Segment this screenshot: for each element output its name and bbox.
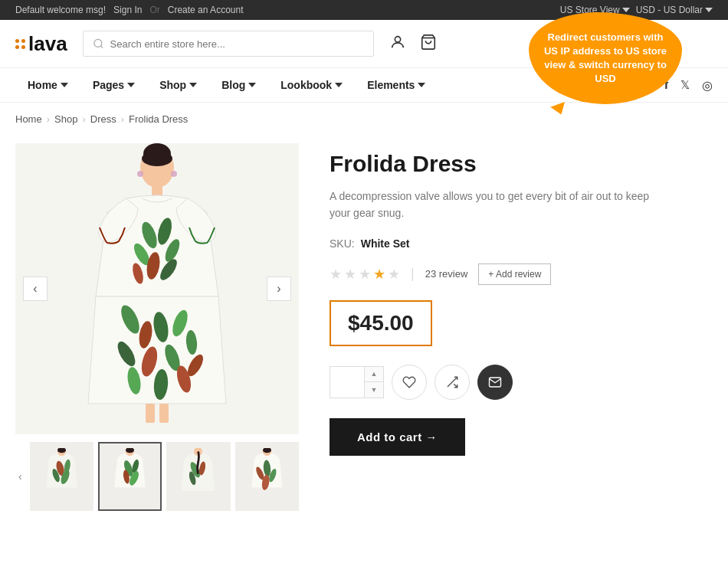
svg-point-2 <box>93 39 101 47</box>
logo[interactable]: lava <box>15 32 67 56</box>
star-1: ★ <box>330 266 342 283</box>
thumbnail-2[interactable] <box>98 442 162 511</box>
email-button[interactable] <box>477 365 513 400</box>
logo-dots <box>15 39 25 49</box>
search-icon <box>93 38 104 50</box>
quantity-up[interactable]: ▲ <box>365 367 383 382</box>
user-icon[interactable] <box>389 34 406 54</box>
breadcrumb-home[interactable]: Home <box>15 113 42 125</box>
svg-point-15 <box>137 171 143 177</box>
star-3: ★ <box>359 266 371 283</box>
breadcrumb-current: Frolida Dress <box>129 113 188 125</box>
search-input[interactable] <box>110 38 364 50</box>
svg-marker-11 <box>418 83 425 87</box>
instagram-icon[interactable]: ◎ <box>702 78 713 93</box>
search-bar[interactable] <box>83 31 374 57</box>
cart-icon[interactable] <box>420 34 437 54</box>
thumbnail-4[interactable] <box>235 442 299 511</box>
sku-value: White Set <box>361 237 410 250</box>
product-title: Frolida Dress <box>330 151 713 177</box>
thumbnails-prev[interactable]: ‹ <box>15 467 25 486</box>
actions-row: 1 ▲ ▼ <box>330 365 713 400</box>
svg-marker-1 <box>705 8 713 12</box>
price-box: $45.00 <box>330 300 432 346</box>
svg-point-16 <box>171 171 177 177</box>
rating-row: ★ ★ ★ ★ ★ | 23 review + Add review <box>330 263 713 285</box>
review-count: 23 review <box>425 268 468 280</box>
product-info: Frolida Dress A decompression valve allo… <box>330 143 713 511</box>
quantity-control: 1 ▲ ▼ <box>330 366 384 398</box>
nav-item-home[interactable]: Home <box>15 68 80 102</box>
or-separator: Or <box>149 5 159 15</box>
nav-item-blog[interactable]: Blog <box>209 68 268 102</box>
product-description: A decompression valve allows you to get … <box>330 188 651 222</box>
product-layout: ‹ <box>0 136 728 534</box>
svg-marker-7 <box>127 83 135 87</box>
nav-item-lookbook[interactable]: Lookbook <box>268 68 355 102</box>
svg-point-4 <box>395 36 400 41</box>
breadcrumb: Home › Shop › Dress › Frolida Dress <box>0 103 728 136</box>
add-to-cart-button[interactable]: Add to cart → <box>330 418 465 456</box>
welcome-msg: Default welcome msg! <box>15 5 106 15</box>
nav-social-icons: f 𝕏 ◎ <box>664 78 713 93</box>
star-rating: ★ ★ ★ ★ ★ <box>330 266 400 283</box>
product-price: $45.00 <box>348 311 414 335</box>
product-images: ‹ <box>15 143 299 511</box>
star-5: ★ <box>388 266 400 283</box>
svg-marker-9 <box>248 83 256 87</box>
sku-row: SKU: White Set <box>330 237 713 250</box>
nav-item-pages[interactable]: Pages <box>80 68 147 102</box>
main-image: ‹ <box>15 143 299 434</box>
svg-rect-37 <box>146 404 155 423</box>
nav-item-elements[interactable]: Elements <box>355 68 438 102</box>
product-illustration <box>15 143 299 434</box>
quantity-down[interactable]: ▼ <box>365 382 383 398</box>
sign-in-link[interactable]: Sign In <box>113 5 142 15</box>
svg-point-14 <box>142 151 172 166</box>
currency-dropdown[interactable]: USD - US Dollar <box>636 5 713 15</box>
thumbnail-1[interactable] <box>30 442 93 511</box>
svg-line-3 <box>100 46 103 48</box>
sku-label: SKU: <box>330 237 355 250</box>
wishlist-button[interactable] <box>392 365 427 400</box>
prev-image-arrow[interactable]: ‹ <box>23 277 48 301</box>
add-review-button[interactable]: + Add review <box>478 263 551 285</box>
svg-rect-38 <box>159 404 169 423</box>
star-4: ★ <box>373 266 385 283</box>
star-2: ★ <box>344 266 356 283</box>
twitter-icon[interactable]: 𝕏 <box>680 78 690 92</box>
breadcrumb-shop[interactable]: Shop <box>54 113 77 125</box>
header: lava Redirect customers with US IP addre… <box>0 20 728 68</box>
quantity-arrows: ▲ ▼ <box>364 367 383 398</box>
product-thumbnails: ‹ <box>15 442 299 511</box>
breadcrumb-dress[interactable]: Dress <box>90 113 116 125</box>
thumbnail-3[interactable] <box>166 442 230 511</box>
svg-marker-6 <box>61 83 68 87</box>
header-icons <box>389 34 437 54</box>
next-image-arrow[interactable]: › <box>267 277 291 301</box>
svg-marker-8 <box>189 83 197 87</box>
nav-item-shop[interactable]: Shop <box>147 68 209 102</box>
quantity-input[interactable]: 1 <box>330 367 364 398</box>
create-account-link[interactable]: Create an Account <box>168 5 244 15</box>
svg-marker-0 <box>622 8 630 12</box>
svg-marker-10 <box>335 83 343 87</box>
compare-button[interactable] <box>435 365 470 400</box>
